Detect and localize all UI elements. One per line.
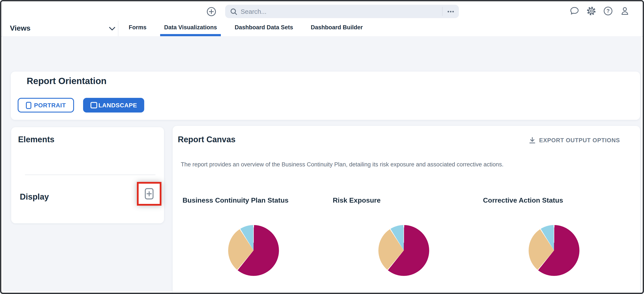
settings-button[interactable] [586, 6, 596, 16]
report-description: The report provides an overview of the B… [181, 161, 504, 168]
charts-row: Business Continuity Plan Status Slice 1S… [178, 197, 629, 294]
portrait-button-label: PORTRAIT [34, 102, 66, 109]
views-label: Views [10, 24, 30, 33]
tab-forms[interactable]: Forms [125, 21, 150, 36]
export-output-options-label: EXPORT OUTPUT OPTIONS [539, 137, 620, 143]
search-icon [230, 8, 237, 15]
landscape-button[interactable]: LANDSCAPE [83, 98, 144, 112]
report-orientation-title: Report Orientation [27, 76, 106, 86]
display-label: Display [20, 192, 49, 202]
landscape-rectangle-icon [90, 102, 97, 109]
topbar-actions: ? [570, 6, 630, 16]
help-icon: ? [603, 6, 613, 16]
views-dropdown[interactable]: Views [10, 21, 115, 36]
report-orientation-section: Report Orientation PORTRAIT [11, 72, 640, 120]
chart-corrective-action: Corrective Action Status Slice 1Slice 2S… [479, 197, 629, 294]
ellipsis-icon [447, 10, 454, 13]
pie-chart [528, 225, 579, 276]
tab-dashboard-data-sets[interactable]: Dashboard Data Sets [231, 21, 297, 36]
plus-circle-icon [207, 7, 216, 16]
search-more-button[interactable] [442, 10, 459, 13]
chart-bcp-status: Business Continuity Plan Status Slice 1S… [178, 197, 328, 294]
pie-chart [378, 225, 429, 276]
report-canvas-title: Report Canvas [178, 135, 236, 144]
gear-icon [586, 6, 596, 16]
add-display-annotation-box[interactable] [137, 182, 162, 206]
tabs: Forms Data Visualizations Dashboard Data… [125, 21, 366, 36]
app-screen: Search... [0, 0, 644, 294]
report-canvas-panel: Report Canvas EXPORT OUTPUT OPTIONS The … [172, 126, 640, 294]
topbar: Search... [1, 1, 643, 21]
landscape-button-label: LANDSCAPE [98, 102, 137, 109]
chart-title: Business Continuity Plan Status [178, 197, 328, 206]
tabbar-divider [118, 21, 118, 36]
file-plus-icon [145, 188, 154, 200]
tab-data-visualizations[interactable]: Data Visualizations [160, 21, 221, 36]
tab-bar: Views Forms Data Visualizations Dashboar… [1, 21, 643, 37]
tab-dashboard-builder[interactable]: Dashboard Builder [307, 21, 367, 36]
chart-title: Corrective Action Status [479, 197, 629, 206]
chat-button[interactable] [570, 6, 580, 16]
elements-divider [25, 175, 156, 175]
portrait-button[interactable]: PORTRAIT [18, 98, 74, 112]
search-bar[interactable]: Search... [225, 5, 459, 18]
page-content: Report Orientation PORTRAIT [2, 36, 642, 291]
user-button[interactable] [620, 6, 630, 16]
search-input[interactable]: Search... [241, 8, 442, 15]
window-frame: Search... [0, 0, 644, 294]
chart-risk-exposure: Risk Exposure Slice 1Slice 2Slice 3 [328, 197, 479, 294]
download-icon [529, 137, 536, 144]
portrait-rectangle-icon [26, 101, 32, 109]
orientation-buttons: PORTRAIT LANDSCAPE [18, 98, 144, 112]
add-button[interactable] [207, 7, 216, 16]
chevron-down-icon [109, 27, 115, 30]
elements-title: Elements [18, 135, 54, 144]
pie-chart [228, 225, 279, 276]
export-output-options-button[interactable]: EXPORT OUTPUT OPTIONS [529, 137, 620, 144]
svg-text:?: ? [606, 8, 610, 14]
elements-panel: Elements Display [11, 127, 164, 223]
user-icon [620, 6, 630, 16]
chart-title: Risk Exposure [328, 197, 479, 206]
help-button[interactable]: ? [603, 6, 613, 16]
chat-icon [570, 6, 580, 16]
